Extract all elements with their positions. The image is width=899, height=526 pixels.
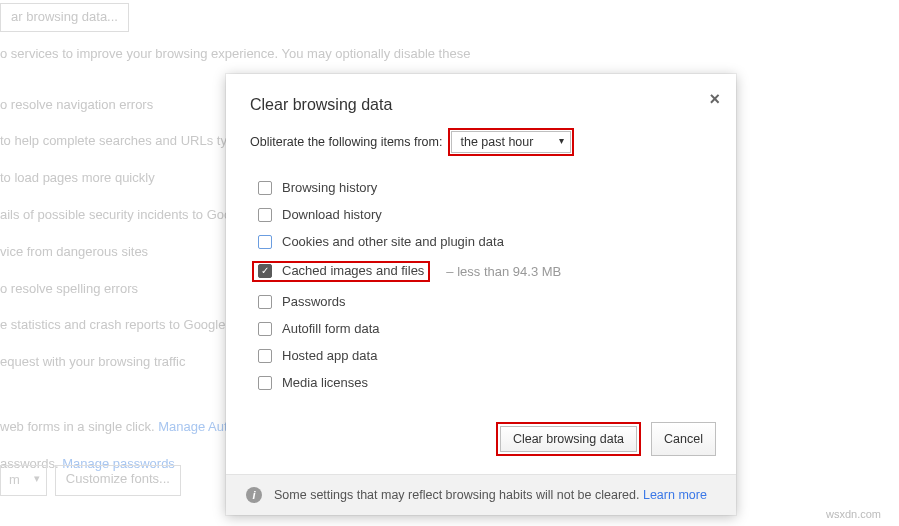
option-passwords[interactable]: Passwords [258, 288, 704, 315]
option-label: Autofill form data [282, 321, 380, 336]
cached-highlight: Cached images and files [252, 261, 430, 282]
dialog-button-bar: Clear browsing data Cancel [226, 408, 736, 474]
option-label: Cookies and other site and plugin data [282, 234, 504, 249]
dialog-title: Clear browsing data [250, 96, 712, 114]
info-icon: i [246, 487, 262, 503]
option-label: Browsing history [282, 180, 377, 195]
option-label: Media licenses [282, 375, 368, 390]
option-cached-images[interactable]: Cached images and files – less than 94.3… [258, 255, 704, 288]
dialog-footer: i Some settings that may reflect browsin… [226, 474, 736, 515]
learn-more-link[interactable]: Learn more [643, 488, 707, 502]
clear-data-button-bg: ar browsing data... [0, 3, 129, 32]
option-cookies[interactable]: Cookies and other site and plugin data [258, 228, 704, 255]
font-select-bg: m [0, 465, 47, 496]
checkbox-icon[interactable] [258, 349, 272, 363]
option-label: Hosted app data [282, 348, 377, 363]
customize-fonts-btn-bg: Customize fonts... [55, 465, 181, 496]
time-range-highlight: the past hour [448, 128, 574, 156]
option-media-licenses[interactable]: Media licenses [258, 369, 704, 396]
option-autofill[interactable]: Autofill form data [258, 315, 704, 342]
option-browsing-history[interactable]: Browsing history [258, 174, 704, 201]
checkbox-icon[interactable] [258, 322, 272, 336]
watermark-site: wsxdn.com [826, 508, 881, 520]
footer-text: Some settings that may reflect browsing … [274, 488, 643, 502]
obliterate-label: Obliterate the following items from: [250, 135, 442, 149]
time-range-value: the past hour [460, 135, 533, 149]
cached-size-hint: – less than 94.3 MB [446, 264, 561, 279]
option-label: Cached images and files [282, 263, 424, 278]
option-label: Download history [282, 207, 382, 222]
checkbox-icon[interactable] [258, 295, 272, 309]
close-icon[interactable]: × [709, 90, 720, 108]
options-list: Browsing history Download history Cookie… [226, 170, 736, 408]
bg-line: o services to improve your browsing expe… [0, 44, 899, 65]
checkbox-icon[interactable] [258, 376, 272, 390]
checkbox-icon[interactable] [258, 208, 272, 222]
option-download-history[interactable]: Download history [258, 201, 704, 228]
primary-highlight: Clear browsing data [496, 422, 641, 456]
clear-browsing-data-button[interactable]: Clear browsing data [500, 426, 637, 452]
option-label: Passwords [282, 294, 346, 309]
clear-browsing-data-dialog: Clear browsing data × Obliterate the fol… [226, 74, 736, 515]
checkbox-icon[interactable] [258, 235, 272, 249]
checkbox-icon[interactable] [258, 264, 272, 278]
time-range-select[interactable]: the past hour [451, 131, 571, 153]
option-hosted-app[interactable]: Hosted app data [258, 342, 704, 369]
cancel-button[interactable]: Cancel [651, 422, 716, 456]
checkbox-icon[interactable] [258, 181, 272, 195]
